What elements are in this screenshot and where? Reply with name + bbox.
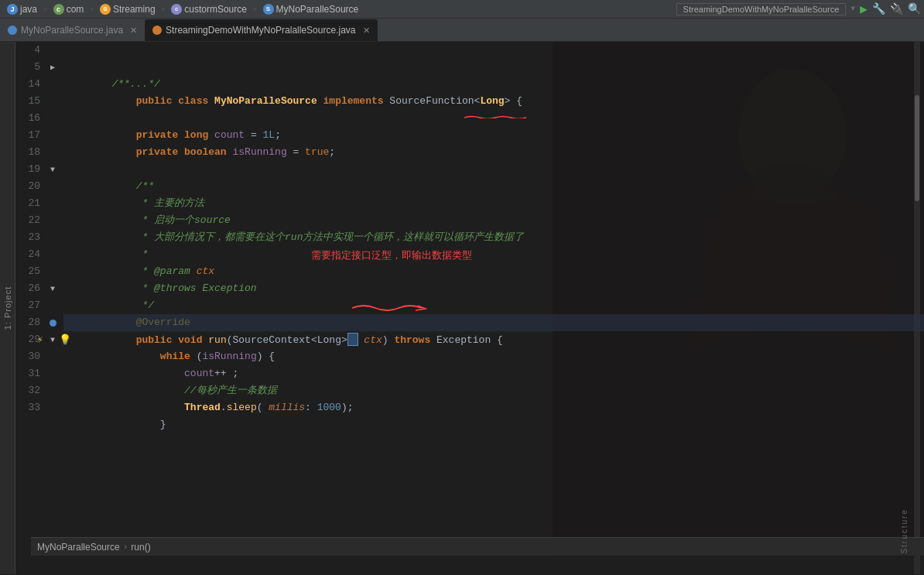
tab-icon-1	[8, 26, 17, 35]
code-line-30: count++ ;	[63, 348, 924, 365]
fold-icon-26[interactable]: ▼	[50, 285, 55, 293]
source-icon: S	[263, 4, 274, 15]
project-label: 1: Project	[3, 286, 12, 330]
code-line-4	[63, 42, 924, 59]
fold-icon-29[interactable]: ▼	[50, 336, 55, 344]
nav-source[interactable]: S MyNoParalleSource	[259, 2, 363, 16]
nav-com[interactable]: c com	[50, 2, 88, 16]
code-line-15	[63, 93, 924, 110]
build-icon[interactable]: 🔧	[872, 2, 885, 15]
code-line-5: /**...*/	[63, 59, 924, 76]
com-icon: c	[53, 4, 64, 15]
nav-sep-4: ›	[252, 5, 258, 14]
code-line-26: */	[63, 280, 924, 297]
left-sidebar: 1: Project	[0, 42, 15, 574]
code-line-20: * 主要的方法	[63, 178, 924, 195]
code-line-29: while (isRunning) {	[63, 331, 924, 348]
nav-source-label: MyNoParalleSource	[276, 4, 359, 15]
line-num-31: 31	[15, 365, 40, 382]
nav-sep-2: ›	[89, 5, 94, 14]
code-line-22: * 大部分情况下，都需要在这个run方法中实现一个循环，这样就可以循环产生数据了	[63, 212, 924, 229]
code-line-33: }	[63, 399, 924, 416]
tab-label-1: MyNoParalleSource.java	[21, 25, 123, 36]
line-num-32: 32	[15, 382, 40, 399]
tab-label-2: StreamingDemoWithMyNoPralalleSource.java	[166, 25, 355, 36]
code-line-19: /**	[63, 161, 924, 178]
tab-streamingdemo[interactable]: StreamingDemoWithMyNoPralalleSource.java…	[145, 19, 377, 41]
nav-streaming[interactable]: S Streaming	[96, 2, 159, 16]
line-num-30: 30	[15, 348, 40, 365]
search-icon[interactable]: 🔍	[908, 2, 921, 15]
tab-close-1[interactable]: ✕	[130, 26, 137, 36]
nav-com-label: com	[67, 4, 84, 15]
nav-java-label: java	[20, 4, 37, 15]
streaming-icon: S	[100, 4, 111, 15]
code-line-17: private boolean isRunning = true;	[63, 127, 924, 144]
debug-dot-28[interactable]	[50, 320, 56, 327]
nav-sep-1: ›	[43, 5, 48, 14]
code-line-27: @Override	[63, 297, 924, 314]
code-line-24: * @param ctx 需要指定接口泛型，即输出数据类型	[63, 246, 924, 263]
code-line-18	[63, 144, 924, 161]
annotation-text: 需要指定接口泛型，即输出数据类型	[311, 247, 472, 264]
bulb-icon-28[interactable]: 💡	[59, 334, 71, 346]
nav-sep-3: ›	[161, 5, 166, 14]
code-line-14: public class MyNoParalleSource implement…	[63, 76, 924, 93]
code-content: /**...*/ public class MyNoParalleSource …	[63, 42, 924, 574]
tab-icon-2	[152, 26, 162, 35]
nav-custorm[interactable]: c custormSource	[167, 2, 251, 16]
code-line-32: Thread.sleep( millis: 1000);	[63, 382, 924, 399]
tab-bar: MyNoParalleSource.java ✕ StreamingDemoWi…	[0, 19, 924, 42]
nav-controls: StreamingDemoWithMyNoPralalleSource ▼ ▶ …	[676, 2, 921, 17]
tab-mynosource[interactable]: MyNoParalleSource.java ✕	[0, 19, 145, 41]
line-num-33: 33	[15, 399, 40, 416]
top-nav: J java › c com › S Streaming › c custorm…	[0, 0, 924, 19]
nav-java[interactable]: J java	[3, 2, 41, 16]
code-line-23: *	[63, 229, 924, 246]
warn-icon-28: ⚡	[37, 334, 43, 346]
plugin-icon[interactable]: 🔌	[890, 2, 903, 15]
java-icon: J	[7, 4, 18, 15]
code-line-28: public void run(SourceContext<Long> ctx)…	[63, 314, 924, 331]
code-editor: 4 5 14 15 16 17 18 19 20 21 22 23 24 25 …	[15, 42, 924, 574]
custorm-icon: c	[171, 4, 182, 15]
code-line-31: //每秒产生一条数据	[63, 365, 924, 382]
code-line-16: private long count = 1L;	[63, 110, 924, 127]
run-button[interactable]: ▶	[860, 2, 868, 17]
nav-streaming-label: Streaming	[113, 4, 156, 15]
code-line-25: * @throws Exception	[63, 263, 924, 280]
fold-icon-19[interactable]: ▼	[50, 166, 55, 174]
dropdown-arrow[interactable]: ▼	[850, 5, 855, 13]
active-file-label: StreamingDemoWithMyNoPralalleSource	[676, 3, 847, 15]
nav-custorm-label: custormSource	[184, 4, 247, 15]
code-line-21: * 启动一个source	[63, 195, 924, 212]
tab-close-2[interactable]: ✕	[363, 26, 370, 36]
fold-icon-5[interactable]: ▶	[50, 63, 55, 72]
